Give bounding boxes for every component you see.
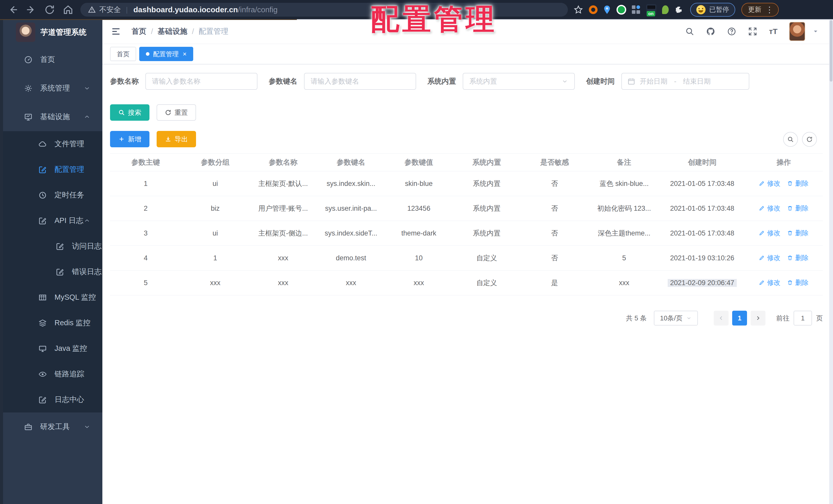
sidebar-item-label: 配置管理	[54, 165, 84, 175]
extensions-puzzle-icon[interactable]	[674, 5, 684, 14]
help-icon[interactable]	[727, 27, 736, 36]
breadcrumb-item-0[interactable]: 首页	[132, 26, 146, 36]
font-size-icon[interactable]: ᴛT	[769, 27, 778, 36]
extension-grid-icon[interactable]	[632, 5, 641, 14]
sidebar-item-label: 基础设施	[40, 112, 70, 122]
security-label[interactable]: 不安全	[99, 5, 121, 15]
config-table: 参数主键参数分组参数名称参数键名参数键值系统内置是否敏感备注创建时间操作1ui主…	[110, 153, 823, 295]
sidebar-item-job[interactable]: 定时任务	[0, 182, 102, 208]
delete-link[interactable]: 删除	[787, 278, 808, 287]
next-page-button[interactable]	[751, 311, 765, 326]
sidebar-item-error-log[interactable]: 错误日志	[0, 259, 102, 285]
extension-leaf-icon[interactable]	[662, 5, 669, 14]
sidebar-item-dev-tools[interactable]: 研发工具	[0, 412, 102, 441]
page-tab-0[interactable]: 首页	[110, 47, 136, 61]
extension-orange-icon[interactable]	[589, 5, 598, 14]
table-cell: 用户管理-账号...	[249, 204, 317, 213]
avatar[interactable]	[789, 22, 805, 41]
table-cell: 系统内置	[453, 229, 521, 238]
reload-icon[interactable]	[44, 4, 55, 15]
sidebar-item-infra[interactable]: 基础设施	[0, 103, 102, 131]
page-tab-1[interactable]: 配置管理×	[139, 47, 193, 61]
param-name-input[interactable]	[145, 73, 258, 90]
sidebar-item-redis[interactable]: Redis 监控	[0, 310, 102, 336]
breadcrumb-item-1[interactable]: 基础设施	[158, 26, 187, 36]
sidebar-item-system[interactable]: 系统管理	[0, 74, 102, 103]
export-button[interactable]: 导出	[157, 131, 196, 147]
browser-update-button[interactable]: 更新 ⋮	[741, 3, 779, 17]
page-size-select[interactable]: 10条/页	[654, 311, 698, 326]
refresh-icon	[806, 136, 813, 143]
table-cell: 深色主题theme...	[589, 229, 660, 238]
sidebar-item-home[interactable]: 首页	[0, 45, 102, 74]
extension-green-icon[interactable]	[617, 5, 626, 15]
edit-link[interactable]: 修改	[759, 204, 780, 213]
trash-icon	[787, 230, 793, 236]
table-header-9: 操作	[745, 157, 823, 167]
extension-on-badge-icon[interactable]: on	[646, 4, 657, 15]
sidebar-item-java[interactable]: Java 监控	[0, 336, 102, 361]
edit-link[interactable]: 修改	[759, 229, 780, 237]
sidebar-item-mysql[interactable]: MySQL 监控	[0, 285, 102, 310]
delete-link[interactable]: 删除	[787, 229, 808, 237]
profile-paused-pill[interactable]: 已暂停	[690, 3, 735, 17]
log-icon	[56, 268, 64, 276]
table-cell-created: 2021-01-05 17:03:48	[660, 229, 745, 237]
scrollbar[interactable]	[829, 19, 833, 504]
add-button[interactable]: 新增	[110, 131, 149, 147]
delete-link[interactable]: 删除	[787, 179, 808, 188]
edit-link[interactable]: 修改	[759, 278, 780, 287]
sidebar-item-config[interactable]: 配置管理	[0, 157, 102, 182]
date-separator: -	[674, 77, 676, 85]
table-cell: 2	[110, 205, 182, 212]
chevron-down-icon	[562, 78, 568, 85]
sidebar-item-access-log[interactable]: 访问日志	[0, 233, 102, 259]
hide-search-button[interactable]	[783, 132, 798, 147]
github-icon[interactable]	[706, 27, 715, 36]
edit-link[interactable]: 修改	[759, 179, 780, 188]
chevron-right-icon	[755, 315, 761, 321]
date-range-picker[interactable]: 开始日期 - 结束日期	[621, 73, 749, 90]
search-icon[interactable]	[685, 27, 694, 36]
bookmark-star-icon[interactable]	[573, 5, 583, 15]
hamburger-icon[interactable]	[111, 26, 121, 37]
forward-icon[interactable]	[26, 4, 37, 15]
page-number-1[interactable]: 1	[732, 311, 747, 326]
table-cell: 系统内置	[453, 204, 521, 213]
reset-button[interactable]: 重置	[157, 104, 196, 121]
dashboard-icon	[24, 55, 32, 64]
system-builtin-select[interactable]: 系统内置	[463, 73, 575, 90]
search-button-row: 搜索 重置	[110, 104, 196, 121]
extension-pin-icon[interactable]	[603, 5, 611, 15]
delete-link[interactable]: 删除	[787, 253, 808, 262]
avatar-caret-down-icon[interactable]	[812, 28, 819, 35]
sidebar-item-api-log[interactable]: API 日志	[0, 208, 102, 233]
tab-close-icon[interactable]: ×	[183, 51, 187, 57]
refresh-table-button[interactable]	[802, 132, 817, 147]
param-key-input[interactable]	[304, 73, 416, 90]
sidebar-item-file[interactable]: 文件管理	[0, 131, 102, 157]
eye-icon	[39, 370, 47, 378]
table-cell-actions: 修改删除	[745, 179, 823, 188]
table-cell-actions: 修改删除	[745, 278, 823, 288]
browser-menu-icon[interactable]: ⋮	[765, 6, 774, 14]
sidebar-item-trace[interactable]: 链路追踪	[0, 361, 102, 387]
trash-icon	[787, 205, 793, 211]
address-bar[interactable]: 不安全 | dashboard.yudao.iocoder.cn /infra/…	[80, 3, 568, 17]
scrollbar-thumb[interactable]	[830, 20, 832, 81]
tab-label: 首页	[117, 50, 129, 58]
home-icon[interactable]	[63, 4, 74, 15]
edit-link[interactable]: 修改	[759, 253, 780, 262]
search-button[interactable]: 搜索	[110, 104, 149, 121]
fullscreen-icon[interactable]	[748, 27, 757, 36]
sidebar-item-log-center[interactable]: 日志中心	[0, 387, 102, 412]
refresh-icon	[165, 109, 171, 116]
chevron-up-icon	[84, 113, 91, 121]
breadcrumb: 首页/基础设施/配置管理	[132, 26, 228, 36]
delete-link[interactable]: 删除	[787, 204, 808, 213]
back-icon[interactable]	[7, 4, 19, 15]
prev-page-button[interactable]	[714, 311, 729, 326]
sidebar-logo-row[interactable]: 芋道管理系统	[0, 19, 102, 45]
briefcase-icon	[24, 423, 32, 431]
goto-page-input[interactable]	[793, 311, 812, 326]
